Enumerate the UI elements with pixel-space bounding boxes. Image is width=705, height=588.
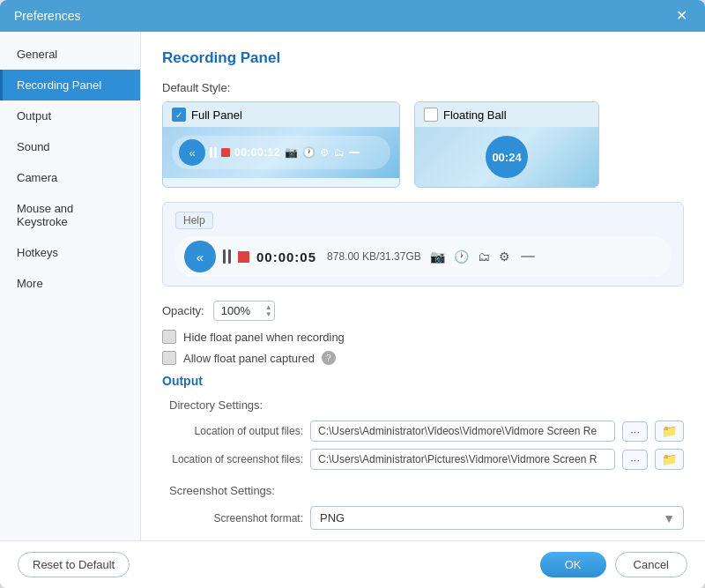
hide-float-row: Hide float panel when recording <box>162 330 684 344</box>
full-panel-time: 00:00:12 <box>234 146 280 159</box>
screenshot-files-path[interactable] <box>310 449 615 470</box>
opacity-wrapper: ▲ ▼ <box>213 301 275 321</box>
output-files-dots-button[interactable]: ··· <box>622 421 648 442</box>
cancel-button[interactable]: Cancel <box>615 552 687 577</box>
opacity-row: Opacity: ▲ ▼ <box>162 301 684 321</box>
preferences-dialog: Preferences ✕ General Recording Panel Ou… <box>0 0 705 588</box>
dialog-title: Preferences <box>14 9 80 23</box>
help-bar: « 00:00:05 878.00 KB/31.37GB 📷 🕐 🗂 ⚙ <box>175 236 671 277</box>
output-files-label: Location of output files: <box>162 425 303 437</box>
help-size: 878.00 KB/31.37GB <box>327 250 421 263</box>
help-camera-icon[interactable]: 📷 <box>430 249 445 264</box>
screenshot-files-label: Location of screenshot files: <box>162 453 303 465</box>
main-content: Recording Panel Default Style: ✓ Full Pa… <box>141 32 705 540</box>
folder2-icon[interactable]: 🗂 <box>334 146 345 159</box>
allow-float-help-icon[interactable]: ? <box>322 351 336 365</box>
opacity-down[interactable]: ▼ <box>265 311 272 318</box>
output-section: Output Directory Settings: Location of o… <box>162 374 684 530</box>
stop-icon[interactable] <box>221 148 230 157</box>
hide-float-checkbox[interactable] <box>162 330 176 344</box>
screenshot-files-folder-button[interactable]: 📁 <box>655 449 684 470</box>
help-label: Help <box>175 212 213 229</box>
sidebar-item-mouse-keystroke[interactable]: Mouse and Keystroke <box>0 193 140 237</box>
sidebar-item-general[interactable]: General <box>0 39 140 70</box>
dialog-footer: Reset to Default OK Cancel <box>0 540 705 588</box>
floating-ball-header: Floating Ball <box>415 102 598 127</box>
help-stop-icon[interactable] <box>238 251 249 263</box>
minimize-icon[interactable] <box>349 152 360 153</box>
settings2-icon[interactable]: ⚙ <box>320 146 330 159</box>
directory-settings-label: Directory Settings: <box>169 398 684 412</box>
sidebar-item-output[interactable]: Output <box>0 100 140 131</box>
camera-icon[interactable]: 📷 <box>285 146 298 159</box>
help-minimize-icon[interactable] <box>521 256 535 257</box>
full-panel-bar: « 00:00:12 📷 🕐 ⚙ 🗂 <box>172 136 390 169</box>
floating-ball-label: Floating Ball <box>443 108 507 122</box>
reset-button[interactable]: Reset to Default <box>18 552 130 577</box>
output-files-path[interactable] <box>310 421 615 442</box>
floating-ball-body: 00:24 <box>415 127 598 187</box>
close-button[interactable]: ✕ <box>672 9 691 23</box>
sidebar-item-sound[interactable]: Sound <box>0 131 140 162</box>
dialog-body: General Recording Panel Output Sound Cam… <box>0 32 705 540</box>
floating-ball-time: 00:24 <box>492 151 521 164</box>
panel-options: ✓ Full Panel « 00:00:12 📷 <box>162 101 684 188</box>
format-select-wrapper: PNG JPG BMP GIF ▼ <box>310 506 684 530</box>
floating-ball-widget: 00:24 <box>486 136 528 178</box>
help-rewind-button[interactable]: « <box>184 241 216 272</box>
floating-ball-card: Floating Ball 00:24 <box>414 101 599 188</box>
screenshot-settings-label: Screenshot Settings: <box>169 484 684 497</box>
format-label: Screenshot format: <box>162 512 303 525</box>
sidebar-item-hotkeys[interactable]: Hotkeys <box>0 237 140 268</box>
format-row: Screenshot format: PNG JPG BMP GIF ▼ <box>162 506 684 530</box>
opacity-spinner: ▲ ▼ <box>265 304 272 318</box>
rewind-button[interactable]: « <box>179 139 205 166</box>
default-style-label: Default Style: <box>162 81 684 94</box>
output-section-title: Output <box>162 374 684 388</box>
directory-settings: Directory Settings: Location of output f… <box>162 398 684 470</box>
help-pause-icon[interactable] <box>223 249 231 264</box>
title-bar: Preferences ✕ <box>0 0 705 32</box>
allow-float-row: Allow float panel captured ? <box>162 351 684 365</box>
full-panel-card: ✓ Full Panel « 00:00:12 📷 <box>162 101 400 188</box>
screenshot-files-row: Location of screenshot files: ··· 📁 <box>162 449 684 470</box>
sidebar-item-recording-panel[interactable]: Recording Panel <box>0 70 140 100</box>
full-panel-label: Full Panel <box>191 108 242 122</box>
pause-icon[interactable] <box>210 147 217 158</box>
help-time: 00:00:05 <box>256 249 316 264</box>
format-select[interactable]: PNG JPG BMP GIF <box>310 506 684 530</box>
sidebar: General Recording Panel Output Sound Cam… <box>0 32 141 540</box>
allow-float-label: Allow float panel captured <box>183 352 315 365</box>
full-panel-body: « 00:00:12 📷 🕐 ⚙ 🗂 <box>163 127 399 178</box>
floating-ball-checkbox[interactable] <box>424 108 438 122</box>
help-folder-icon[interactable]: 🗂 <box>478 249 490 264</box>
output-files-row: Location of output files: ··· 📁 <box>162 421 684 442</box>
full-panel-header: ✓ Full Panel <box>163 102 399 127</box>
ok-button[interactable]: OK <box>540 552 606 577</box>
output-files-folder-button[interactable]: 📁 <box>655 421 684 442</box>
help-gear-icon[interactable]: ⚙ <box>499 249 510 264</box>
hide-float-label: Hide float panel when recording <box>183 331 345 344</box>
screenshot-settings: Screenshot Settings: Screenshot format: … <box>162 484 684 530</box>
opacity-label: Opacity: <box>162 304 204 317</box>
help-section: Help « 00:00:05 878.00 KB/31.37GB 📷 🕐 🗂 … <box>162 202 684 287</box>
help-clock-icon[interactable]: 🕐 <box>454 249 469 264</box>
full-panel-checkbox[interactable]: ✓ <box>172 108 186 122</box>
sidebar-item-camera[interactable]: Camera <box>0 162 140 193</box>
recording-panel-title: Recording Panel <box>162 49 684 67</box>
screenshot-files-dots-button[interactable]: ··· <box>622 450 648 470</box>
footer-right: OK Cancel <box>540 552 687 577</box>
clock-icon[interactable]: 🕐 <box>302 146 315 159</box>
sidebar-item-more[interactable]: More <box>0 268 140 299</box>
allow-float-checkbox[interactable] <box>162 351 176 365</box>
